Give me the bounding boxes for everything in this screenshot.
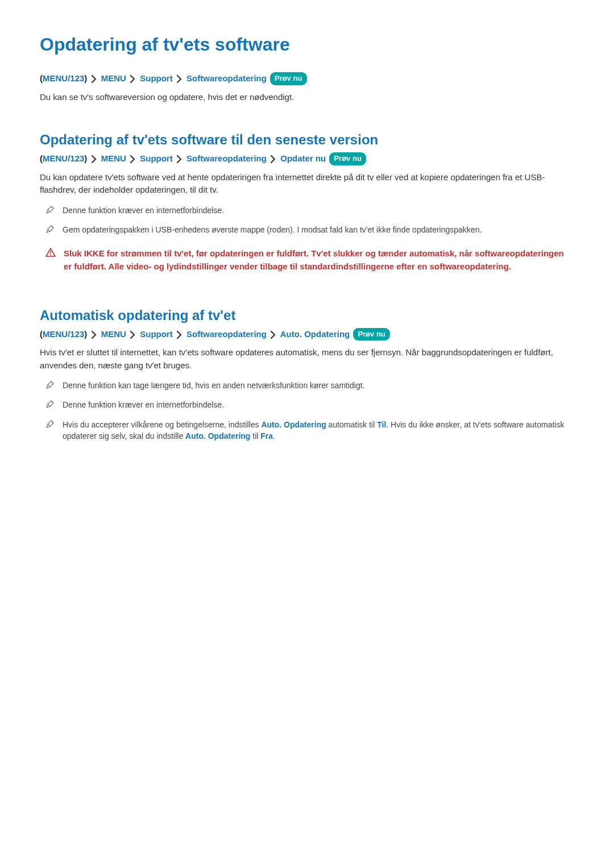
note-text: Denne funktion kræver en internetforbind… [63,205,574,216]
nav-menu123: MENU/123 [43,329,84,339]
note-item: Denne funktion kræver en internetforbind… [45,399,574,412]
note3-end: . [273,431,275,441]
nav-software-update: Softwareopdatering [186,73,267,83]
document-page: Opdatering af tv'ets software (MENU/123)… [0,0,614,471]
section2-notes: Denne funktion kan tage længere tid, hvi… [45,380,574,442]
note3-mid1: automatisk til [326,420,377,429]
chevron-right-icon [91,75,98,83]
try-now-badge: Prøv nu [329,152,366,165]
chevron-right-icon [130,155,136,163]
section2-body: Hvis tv'et er sluttet til internettet, k… [40,346,574,372]
nav-menu: MENU [101,329,126,339]
intro-text: Du kan se tv's softwareversion og opdate… [40,91,574,104]
pencil-icon [45,380,55,392]
chevron-right-icon [91,331,98,339]
pencil-icon [45,205,55,217]
warning-icon [45,248,56,259]
paren-close: ) [84,73,87,83]
chevron-right-icon [176,75,183,83]
nav-menu123: MENU/123 [43,73,84,83]
note3-auto-update-2: Auto. Opdatering [185,431,250,441]
note-text: Denne funktion kræver en internetforbind… [63,399,574,410]
nav-software-update: Softwareopdatering [186,153,267,163]
note-item: Denne funktion kan tage længere tid, hvi… [45,380,574,392]
note-item: Hvis du accepterer vilkårene og betingel… [45,419,574,442]
section1-notes: Denne funktion kræver en internetforbind… [45,205,574,237]
section-heading-latest: Opdatering af tv'ets software til den se… [40,132,574,148]
chevron-right-icon [176,331,183,339]
page-title: Opdatering af tv'ets software [40,34,574,55]
nav-support: Support [140,153,173,163]
warning-block: Sluk IKKE for strømmen til tv'et, før op… [45,247,574,273]
paren-close: ) [84,153,87,163]
warning-text: Sluk IKKE for strømmen til tv'et, før op… [64,247,574,273]
chevron-right-icon [270,331,277,339]
note-text: Denne funktion kan tage længere tid, hvi… [63,380,574,391]
nav-support: Support [140,329,173,339]
note3-off: Fra [260,431,273,441]
nav-menu: MENU [101,153,126,163]
section-heading-auto: Automatisk opdatering af tv'et [40,308,574,323]
note-item: Gem opdateringspakken i USB-enhedens øve… [45,224,574,236]
chevron-right-icon [91,155,98,163]
nav-auto-update: Auto. Opdatering [280,329,350,339]
paren-close: ) [84,329,87,339]
pencil-icon [45,225,55,236]
note3-mid3: til [250,431,260,441]
note3-auto-update-1: Auto. Opdatering [261,420,326,429]
chevron-right-icon [130,331,136,339]
try-now-badge: Prøv nu [353,328,389,341]
nav-menu: MENU [101,73,126,83]
nav-software-update: Softwareopdatering [186,329,267,339]
chevron-right-icon [270,155,277,163]
note3-pre: Hvis du accepterer vilkårene og betingel… [63,420,261,429]
note-item: Denne funktion kræver en internetforbind… [45,205,574,217]
pencil-icon [45,400,55,412]
chevron-right-icon [130,75,136,83]
note-text: Hvis du accepterer vilkårene og betingel… [63,419,574,442]
breadcrumb-auto-update: (MENU/123) MENU Support Softwareopdateri… [40,328,574,341]
breadcrumb-software-update: (MENU/123) MENU Support Softwareopdateri… [40,72,574,85]
nav-support: Support [140,73,173,83]
note3-on: Til [377,420,386,429]
note-text: Gem opdateringspakken i USB-enhedens øve… [63,224,574,235]
section1-body: Du kan opdatere tv'ets software ved at h… [40,171,574,197]
breadcrumb-update-now: (MENU/123) MENU Support Softwareopdateri… [40,152,574,165]
nav-update-now: Opdater nu [280,153,326,163]
nav-menu123: MENU/123 [43,153,84,163]
try-now-badge: Prøv nu [270,72,306,85]
chevron-right-icon [176,155,183,163]
pencil-icon [45,420,55,431]
